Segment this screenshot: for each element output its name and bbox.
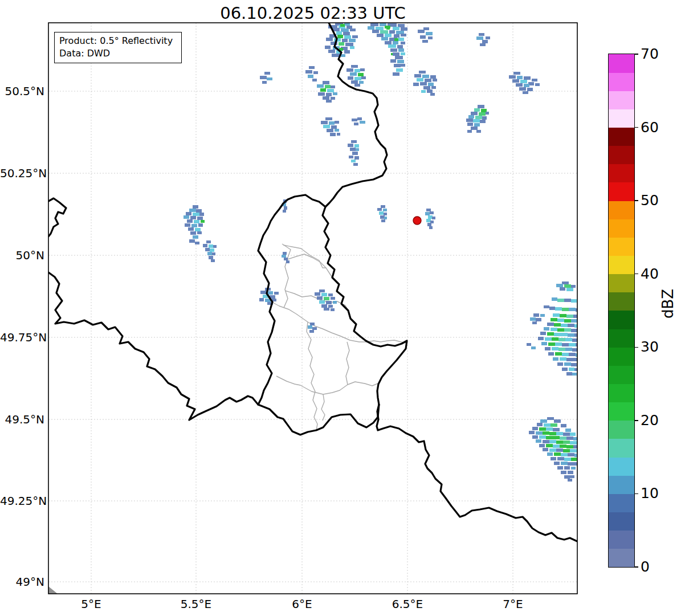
radar-echo-cell [533,313,539,317]
radar-echo-cell [561,453,568,456]
radar-echo-cell [571,285,576,288]
radar-echo-cell [563,433,570,436]
colorbar-tick-label: 0 [641,559,672,575]
radar-echo-cell [331,125,337,129]
radar-echo-cell [535,83,540,86]
map-frame [48,23,577,594]
radar-echo-cell [427,223,431,226]
radar-echo-cell [569,353,576,356]
radar-echo-cell [413,83,419,86]
radar-echo-cell [537,423,543,426]
radar-echo-cell [197,217,203,220]
radar-echo-cell [423,27,429,30]
radar-echo-cluster [282,252,290,263]
radar-echo-cell [476,36,483,40]
radar-echo-cell [332,54,340,57]
radar-echo-cell [346,68,353,72]
radar-echo-cell [356,148,359,151]
radar-echo-cell [560,314,566,317]
radar-echo-cluster [529,417,578,482]
radar-echo-cell [213,245,217,248]
lat-tick-label: 50°N [0,248,44,262]
radar-echo-cell [401,34,406,36]
radar-echo-cell [571,467,576,470]
radar-echo-cluster [466,105,489,133]
radar-echo-cell [561,462,568,465]
radar-echo-cell [381,205,385,208]
radar-echo-cell [509,75,516,79]
radar-echo-cell [341,54,345,57]
radar-echo-cell [419,71,426,74]
radar-echo-cell [532,427,538,430]
radar-echo-cell [190,216,196,219]
radar-echo-cell [384,217,387,219]
radar-echo-cluster [203,240,217,262]
radar-echo-cell [283,252,287,255]
radar-echo-cell [482,116,487,120]
radar-echo-cell [471,112,478,115]
radar-echo-cell [350,28,356,31]
radar-echo-cell [393,41,398,44]
radar-echo-cell [547,323,554,326]
radar-echo-cell [393,52,399,56]
radar-echo-cell [203,244,207,247]
radar-echo-cell [420,35,426,39]
colorbar-tick-label: 60 [641,120,672,136]
radar-echo-cell [557,319,564,322]
lon-tick-label: 7°E [487,597,539,611]
radar-echo-cell [417,78,423,81]
radar-echo-cell [350,46,354,49]
admin-border-path [272,302,308,322]
radar-echo-cell [267,77,272,80]
radar-echo-cell [478,105,484,108]
radar-echo-cluster [348,140,359,166]
radar-echo-cell [561,324,568,327]
radar-echo-cluster [509,72,540,94]
radar-echo-cell [340,24,345,27]
radar-echo-cell [309,66,315,69]
radar-echo-cell [323,81,329,84]
radar-echo-cell [189,239,195,243]
admin-border-path [307,322,317,430]
radar-echo-cell [428,83,434,86]
radar-echo-cell [260,76,267,79]
product-info-line2: Data: DWD [59,47,177,60]
radar-echo-cell [563,440,570,444]
radar-echo-cell [570,475,574,478]
radar-echo-cell [394,38,398,41]
radar-echo-cell [554,333,561,336]
radar-echo-cell [536,439,541,443]
radar-echo-cell [352,119,357,121]
radar-echo-cell [551,318,557,321]
radar-echo-cell [527,88,533,91]
radar-echo-cell [385,41,392,44]
corner-land-patch [48,586,58,594]
radar-echo-cell [195,228,201,231]
radar-echo-cell [564,328,571,332]
radar-echo-cell [423,86,430,89]
radar-echo-cell [198,223,203,227]
radar-echo-cell [358,73,364,76]
radar-echo-cluster [315,289,337,311]
radar-echo-cell [543,431,549,435]
radar-echo-cell [430,75,436,79]
radar-echo-cell [543,440,549,443]
radar-echo-cell [380,215,385,219]
radar-echo-cell [319,300,325,304]
radar-echo-cell [570,433,576,436]
radar-echo-cell [286,260,290,263]
radar-echo-cell [389,30,395,34]
radar-echo-cluster [418,27,433,43]
radar-echo-cell [190,231,196,235]
radar-echo-cluster [184,205,205,244]
radar-echo-cell [552,297,557,301]
radar-echo-cell [560,436,566,440]
radar-echo-cell [560,287,565,291]
radar-echo-cell [354,84,360,87]
colorbar-tick-label: 30 [641,339,672,355]
radar-echo-cell [349,156,353,158]
radar-echo-cell [426,209,431,211]
radar-echo-cell [540,332,546,335]
radar-echo-cell [551,457,556,460]
radar-echo-cluster [425,209,435,229]
